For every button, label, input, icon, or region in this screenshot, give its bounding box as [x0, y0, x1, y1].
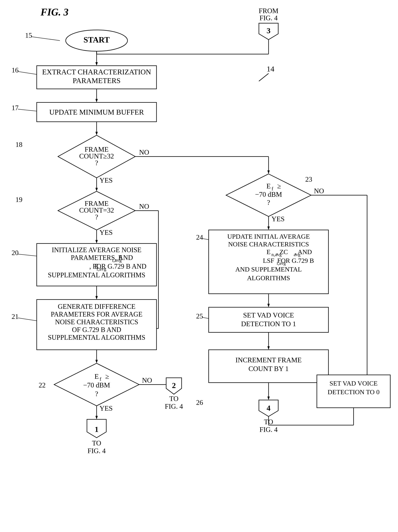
gen-diff-line3: NOISE CHARACTERISTICS	[55, 318, 138, 326]
gen-diff-line4: OF G.729 B AND	[72, 326, 121, 334]
svg-marker-51	[267, 304, 270, 307]
from-fig4-label2: FIG. 4	[259, 14, 278, 22]
incr-frame-line1: INCREMENT FRAME	[235, 356, 302, 364]
connector-4: 4	[267, 404, 271, 412]
frame-count-eq32-line2: COUNT=32	[79, 206, 114, 214]
svg-marker-36	[95, 360, 98, 363]
yes-label-19: YES	[100, 229, 113, 236]
gen-diff-line2: PARAMETERS FOR AVERAGE	[51, 310, 143, 318]
incr-frame-line2: COUNT BY 1	[248, 365, 289, 373]
svg-marker-13	[95, 99, 98, 102]
no-label-19: NO	[139, 203, 149, 210]
yes-label-18: YES	[100, 177, 113, 184]
svg-marker-40	[95, 416, 98, 419]
figure-title: FIG. 3	[40, 6, 68, 18]
ef-left-line1: E	[95, 373, 99, 380]
ef-left-ge: ≥	[105, 373, 109, 380]
to-fig4-2-label1: TO	[169, 395, 178, 403]
set-vad1-line2: DETECTION TO 1	[241, 320, 296, 328]
update-init-and: , AND	[295, 248, 312, 255]
frame-count-ge32-line1: FRAME	[85, 146, 109, 153]
connector-2: 2	[172, 381, 176, 390]
to-fig4-4-label1: TO	[264, 418, 273, 426]
svg-marker-9	[95, 62, 98, 66]
connector-3: 3	[267, 26, 271, 35]
figure-ref: 14	[267, 64, 274, 73]
set-vad0-line2: DETECTION TO 0	[328, 388, 380, 396]
svg-marker-55	[267, 346, 270, 350]
yes-label-23: YES	[272, 215, 284, 223]
ref-17: 17	[12, 104, 19, 112]
update-min-node: UPDATE MINIMUM BUFFER	[49, 108, 144, 116]
ef-left-line2: −70 dBM	[83, 381, 110, 389]
ef-left-line3: ?	[95, 390, 98, 398]
update-init-line6: ALGORITHMS	[247, 274, 290, 282]
extract-node: EXTRACT CHARACTERIZATION	[42, 68, 151, 76]
no-label-23: NO	[314, 187, 324, 195]
flowchart-diagram: FIG. 3 14 FROM FIG. 4 3 15 START 16 EXTR…	[0, 0, 398, 532]
from-fig4-label: FROM	[259, 7, 278, 15]
svg-line-48	[203, 239, 209, 240]
ref-21: 21	[12, 313, 19, 320]
svg-line-0	[259, 73, 269, 81]
update-init-line2: NOISE CHARACTERISTICS	[228, 241, 309, 248]
ef-right-line2: −70 dBM	[255, 190, 282, 198]
gen-diff-line1: GENERATE DIFFERENCE	[58, 303, 135, 310]
ref-25: 25	[196, 312, 203, 320]
svg-marker-22	[95, 188, 98, 191]
svg-marker-20	[267, 171, 270, 174]
svg-line-52	[203, 317, 209, 318]
ref-24: 24	[196, 234, 203, 241]
init-avg-line4: , FOR G.729 B AND	[89, 263, 146, 270]
svg-line-14	[18, 109, 37, 111]
ef-right-ge: ≥	[277, 182, 281, 190]
svg-marker-32	[95, 296, 98, 299]
ref-15: 15	[25, 32, 32, 39]
update-init-line3: E	[267, 248, 271, 255]
update-init-comma: , ZC	[276, 248, 288, 255]
no-label-22: NO	[142, 376, 152, 384]
init-avg-line1: INITIALIZE AVERAGE NOISE	[52, 246, 141, 254]
ref-20: 20	[12, 249, 19, 257]
svg-marker-47	[267, 227, 270, 230]
update-init-line1: UPDATE INITIAL AVERAGE	[227, 233, 310, 240]
to-fig4-4-label2: FIG. 4	[259, 426, 278, 433]
no-label-18: NO	[139, 148, 149, 156]
ef-right-line3: ?	[267, 199, 270, 206]
init-avg-and: AND	[118, 254, 133, 261]
ref-16: 16	[12, 66, 19, 74]
update-init-for: FOR G.729 B	[277, 257, 314, 264]
svg-line-33	[18, 318, 37, 321]
gen-diff-line5: SUPPLEMENTAL ALGORITHMS	[48, 334, 145, 341]
frame-count-ge32-line3: ?	[95, 159, 98, 167]
svg-line-10	[18, 71, 37, 74]
svg-marker-58	[267, 397, 270, 400]
ef-left-sub: f	[100, 376, 101, 382]
yes-label-22: YES	[100, 405, 113, 412]
ef-right-line1: E	[266, 182, 271, 190]
svg-marker-28	[95, 240, 98, 243]
set-vad1-line1: SET VAD VOICE	[243, 311, 294, 319]
start-node: START	[83, 35, 110, 44]
svg-marker-17	[95, 132, 98, 135]
svg-line-6	[32, 37, 60, 41]
update-init-line4: LSF	[263, 257, 274, 264]
ref-22: 22	[39, 381, 46, 389]
frame-count-eq32-line3: ?	[95, 213, 98, 221]
to-fig4-2-label2: FIG. 4	[165, 403, 183, 410]
ref-26: 26	[196, 399, 203, 406]
update-init-line5: AND SUPPLEMENTAL	[235, 266, 302, 273]
frame-count-eq32-line1: FRAME	[85, 200, 109, 207]
init-avg-line5: SUPPLEMENTAL ALGORITHMS	[48, 271, 145, 279]
extract-node2: PARAMETERS	[73, 76, 120, 85]
ref-19: 19	[15, 196, 22, 203]
set-vad0-line1: SET VAD VOICE	[330, 380, 378, 387]
frame-count-ge32-line2: COUNT≥32	[79, 152, 114, 160]
svg-rect-53	[209, 307, 329, 332]
to-fig4-1-label2: FIG. 4	[88, 447, 106, 455]
ref-23: 23	[305, 176, 312, 183]
svg-line-29	[18, 254, 37, 256]
to-fig4-1-label1: TO	[92, 439, 101, 447]
connector-1: 1	[95, 425, 99, 434]
ref-18: 18	[15, 141, 22, 148]
